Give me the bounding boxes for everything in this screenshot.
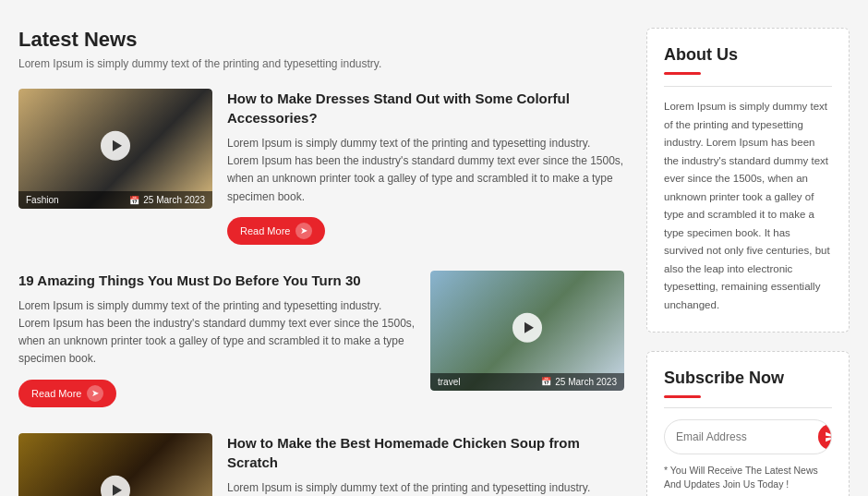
subscribe-note: * You Will Receive The Latest News And U… [664, 464, 832, 493]
article-title-2: 19 Amazing Things You Must Do Before You… [18, 271, 416, 290]
play-button-2[interactable] [512, 313, 542, 343]
article-title-1: How to Make Dresses Stand Out with Some … [227, 89, 624, 127]
article-content-1: How to Make Dresses Stand Out with Some … [227, 89, 624, 245]
page-title: Latest News [18, 28, 624, 52]
subscribe-card: Subscribe Now * You Will Receive The Lat… [646, 351, 850, 496]
article-image-2: travel 25 March 2023 [430, 271, 624, 391]
article-card-1: Fashion 25 March 2023 How to Make Dresse… [18, 89, 624, 245]
image-meta-2: travel 25 March 2023 [430, 373, 624, 391]
article-content-3: How to Make the Best Homemade Chicken So… [227, 433, 624, 497]
email-form [664, 419, 832, 454]
article-body-2: Lorem Ipsum is simply dummy text of the … [18, 297, 416, 369]
sidebar: About Us Lorem Ipsum is simply dummy tex… [646, 28, 850, 496]
article-content-2: 19 Amazing Things You Must Do Before You… [18, 271, 416, 407]
read-more-button-1[interactable]: Read More ➤ [227, 217, 325, 245]
arrow-icon-2: ➤ [87, 385, 103, 402]
email-submit-button[interactable] [818, 424, 832, 450]
page-subtitle: Lorem Ipsum is simply dummy text of the … [18, 57, 624, 70]
article-thumbnail-1: Fashion 25 March 2023 [18, 89, 212, 209]
article-tag-1: Fashion [26, 195, 59, 205]
article-image-3: Recipes 25 March 2023 [18, 433, 212, 497]
article-thumbnail-2: travel 25 March 2023 [430, 271, 624, 391]
send-icon [825, 430, 832, 443]
article-date-2: 25 March 2023 [541, 377, 617, 387]
article-card-3: Recipes 25 March 2023 How to Make the Be… [18, 433, 624, 497]
article-thumbnail-3: Recipes 25 March 2023 [18, 433, 212, 497]
article-image-1: Fashion 25 March 2023 [18, 89, 212, 209]
about-us-underline [664, 72, 701, 75]
arrow-icon-1: ➤ [295, 223, 312, 239]
subscribe-underline [664, 395, 701, 398]
article-body-3: Lorem Ipsum is simply dummy text of the … [227, 479, 624, 497]
image-meta-1: Fashion 25 March 2023 [18, 191, 212, 209]
subscribe-title: Subscribe Now [664, 369, 832, 388]
page-wrapper: Latest News Lorem Ipsum is simply dummy … [0, 0, 868, 496]
read-more-button-2[interactable]: Read More ➤ [18, 380, 116, 407]
subscribe-divider [664, 407, 832, 408]
about-us-divider [664, 86, 832, 87]
about-us-body: Lorem Ipsum is simply dummy text of the … [664, 98, 832, 315]
play-button-1[interactable] [101, 131, 130, 161]
article-date-1: 25 March 2023 [129, 195, 205, 205]
article-card-2: 19 Amazing Things You Must Do Before You… [18, 271, 624, 407]
article-body-1: Lorem Ipsum is simply dummy text of the … [227, 135, 624, 206]
play-button-3[interactable] [101, 475, 130, 496]
email-input[interactable] [676, 430, 814, 443]
article-tag-2: travel [438, 377, 460, 387]
about-us-card: About Us Lorem Ipsum is simply dummy tex… [646, 28, 850, 333]
article-title-3: How to Make the Best Homemade Chicken So… [227, 433, 624, 472]
main-content: Latest News Lorem Ipsum is simply dummy … [18, 28, 624, 496]
about-us-title: About Us [664, 45, 832, 65]
